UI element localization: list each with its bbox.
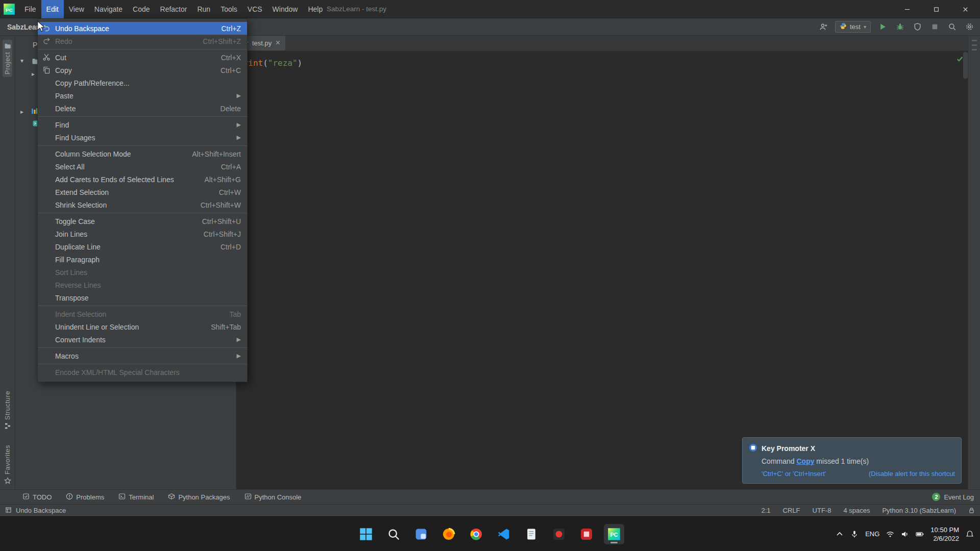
right-strip-mark — [972, 49, 977, 51]
submenu-arrow-icon: ▶ — [237, 134, 241, 141]
search-everywhere-icon[interactable] — [946, 21, 958, 33]
menu-tools[interactable]: Tools — [215, 0, 242, 18]
menu-item-shrink-selection[interactable]: Shrink SelectionCtrl+Shift+W — [38, 198, 247, 211]
shortcut-hint-link[interactable]: 'Ctrl+C' or 'Ctrl+Insert' — [762, 470, 826, 478]
menu-item-label: Find Usages — [55, 134, 223, 142]
status-segment-4-spaces[interactable]: 4 spaces — [843, 507, 870, 514]
language-indicator[interactable]: ENG — [865, 530, 879, 538]
lock-icon[interactable] — [968, 507, 975, 514]
app-red-2-icon[interactable] — [576, 524, 597, 544]
menu-item-add-carets-to-ends-of-selected-lines[interactable]: Add Carets to Ends of Selected LinesAlt+… — [38, 173, 247, 186]
coverage-button[interactable] — [912, 21, 923, 33]
status-segment-2-1[interactable]: 2:1 — [762, 507, 771, 514]
menu-code[interactable]: Code — [128, 0, 155, 18]
menu-edit[interactable]: Edit — [41, 0, 64, 18]
tree-collapse-icon[interactable]: ▸ — [32, 70, 35, 78]
event-log-button[interactable]: 2 Event Log — [932, 493, 974, 501]
menu-run[interactable]: Run — [192, 0, 215, 18]
left-strip-top: Project — [3, 40, 12, 77]
menu-item-convert-indents[interactable]: Convert Indents▶ — [38, 333, 247, 346]
menu-item-cut[interactable]: CutCtrl+X — [38, 51, 247, 64]
volume-icon[interactable] — [901, 530, 909, 538]
start-icon[interactable] — [356, 524, 376, 544]
search-icon[interactable] — [383, 524, 404, 544]
menu-item-fill-paragraph[interactable]: Fill Paragraph — [38, 253, 247, 266]
wifi-icon[interactable] — [886, 530, 894, 538]
menu-refactor[interactable]: Refactor — [155, 0, 192, 18]
taskbar-clock[interactable]: 10:50 PM 2/6/2022 — [930, 525, 959, 543]
maximize-button[interactable] — [922, 0, 951, 18]
project-icon — [4, 42, 11, 49]
menu-item-select-all[interactable]: Select AllCtrl+A — [38, 160, 247, 173]
run-config-selector[interactable]: test ▾ — [835, 21, 871, 33]
menu-item-transpose[interactable]: Transpose — [38, 291, 247, 304]
menu-vcs[interactable]: VCS — [242, 0, 267, 18]
menu-item-copy[interactable]: CopyCtrl+C — [38, 64, 247, 77]
tool-button-python-console[interactable]: Python Console — [244, 493, 302, 502]
menu-item-undo-backspace[interactable]: Undo BackspaceCtrl+Z — [38, 22, 247, 35]
menu-item-delete[interactable]: DeleteDelete — [38, 102, 247, 115]
widgets-icon[interactable] — [411, 524, 431, 544]
inspection-check-icon[interactable] — [956, 55, 964, 63]
menu-item-unindent-line-or-selection[interactable]: Unindent Line or SelectionShift+Tab — [38, 320, 247, 333]
tool-button-problems[interactable]: Problems — [66, 493, 104, 502]
menu-item-paste[interactable]: Paste▶ — [38, 89, 247, 102]
pycharm-icon[interactable]: PC — [604, 524, 624, 544]
copy-command-link[interactable]: Copy — [796, 457, 814, 465]
code-area[interactable]: print("reza") — [236, 51, 968, 69]
menu-separator — [38, 306, 247, 306]
battery-icon[interactable] — [916, 530, 924, 538]
status-segment-utf-8[interactable]: UTF-8 — [813, 507, 831, 514]
menu-item-duplicate-line[interactable]: Duplicate LineCtrl+D — [38, 240, 247, 253]
menu-item-find[interactable]: Find▶ — [38, 118, 247, 131]
menu-item-find-usages[interactable]: Find Usages▶ — [38, 131, 247, 144]
menu-item-toggle-case[interactable]: Toggle CaseCtrl+Shift+U — [38, 215, 247, 228]
menu-item-extend-selection[interactable]: Extend SelectionCtrl+W — [38, 186, 247, 198]
tree-collapse-icon[interactable]: ▸ — [20, 108, 23, 115]
tool-button-todo[interactable]: TODO — [22, 493, 52, 502]
editor-area[interactable]: test.py print("reza") — [236, 36, 968, 489]
menu-item-shortcut: Ctrl+Z — [222, 24, 241, 33]
menu-item-column-selection-mode[interactable]: Column Selection ModeAlt+Shift+Insert — [38, 147, 247, 160]
submenu-arrow-icon: ▶ — [237, 336, 241, 343]
menu-item-copy-path-reference[interactable]: Copy Path/Reference... — [38, 77, 247, 89]
run-button[interactable] — [877, 21, 888, 33]
status-segment-crlf[interactable]: CRLF — [783, 507, 800, 514]
toolwindow-toggle-icon[interactable] — [5, 507, 12, 515]
tool-tab-project[interactable]: Project — [3, 40, 12, 77]
menu-item-label: Cut — [55, 54, 207, 62]
settings-gear-icon[interactable] — [964, 21, 975, 33]
debug-button[interactable] — [894, 21, 905, 33]
redo-icon — [42, 37, 51, 45]
menu-item-join-lines[interactable]: Join LinesCtrl+Shift+J — [38, 228, 247, 240]
tool-tab-favorites[interactable]: Favorites — [4, 445, 11, 484]
disable-alert-link[interactable]: (Disable alert for this shortcut — [869, 470, 955, 478]
firefox-icon[interactable] — [438, 524, 459, 544]
notifications-icon[interactable] — [966, 530, 974, 538]
microphone-icon[interactable] — [850, 530, 859, 538]
menu-help[interactable]: Help — [303, 0, 328, 18]
tab-close-icon[interactable] — [275, 39, 281, 47]
tool-tab-structure[interactable]: Structure — [4, 391, 11, 430]
app-red-1-icon[interactable] — [549, 524, 569, 544]
status-segment-python-3-10-sabzlearn[interactable]: Python 3.10 (SabzLearn) — [882, 507, 956, 514]
menu-view[interactable]: View — [64, 0, 89, 18]
menu-item-shortcut: Alt+Shift+G — [204, 176, 241, 184]
close-button[interactable] — [951, 0, 980, 18]
editor-scrollbar[interactable] — [963, 52, 968, 79]
tool-button-python-packages[interactable]: Python Packages — [168, 493, 230, 502]
hidden-icons-chevron[interactable] — [836, 530, 844, 538]
menu-window[interactable]: Window — [267, 0, 303, 18]
menu-item-macros[interactable]: Macros▶ — [38, 349, 247, 362]
menu-file[interactable]: File — [19, 0, 41, 18]
menu-item-reverse-lines: Reverse Lines — [38, 279, 247, 291]
vscode-icon[interactable] — [494, 524, 514, 544]
minimize-button[interactable] — [893, 0, 922, 18]
menu-navigate[interactable]: Navigate — [89, 0, 128, 18]
code-with-me-icon[interactable] — [818, 21, 829, 33]
tree-expand-icon[interactable]: ▾ — [20, 57, 23, 64]
key-promoter-notification[interactable]: Key Promoter X Command Copy missed 1 tim… — [742, 437, 962, 484]
notepad-icon[interactable] — [521, 524, 542, 544]
chrome-icon[interactable] — [466, 524, 486, 544]
tool-button-terminal[interactable]: Terminal — [118, 493, 154, 502]
